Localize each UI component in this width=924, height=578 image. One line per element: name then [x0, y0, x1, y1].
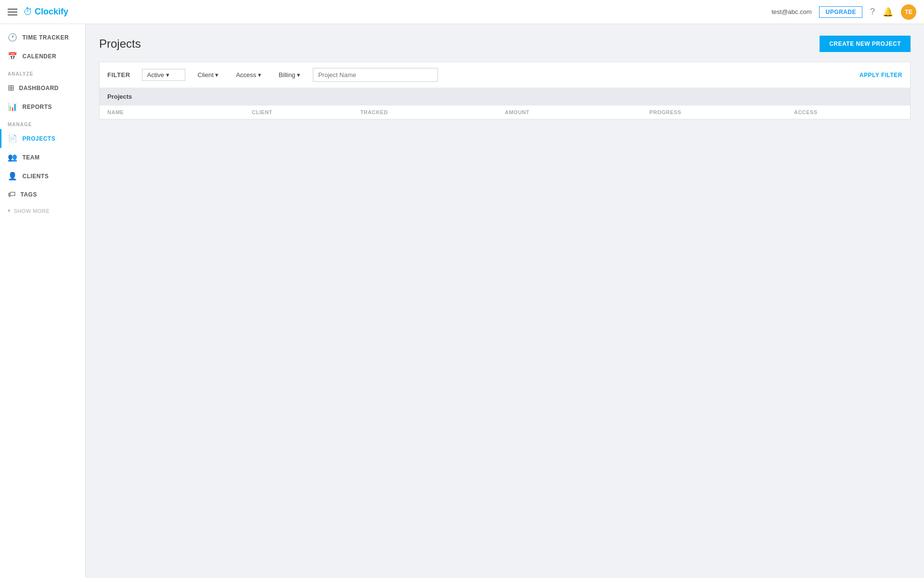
- sidebar-item-calender[interactable]: 📅 CALENDER: [0, 47, 85, 66]
- notification-icon[interactable]: 🔔: [883, 7, 893, 17]
- menu-toggle[interactable]: [8, 9, 17, 15]
- project-name-filter-input[interactable]: [313, 68, 438, 82]
- create-new-project-button[interactable]: CREATE NEW PROJECT: [820, 36, 911, 52]
- analyze-section-label: ANALYZE: [0, 66, 85, 79]
- apply-filter-button[interactable]: APPLY FILTER: [860, 72, 902, 79]
- projects-section-label: Projects: [100, 88, 910, 105]
- sidebar-label-clients: CLIENTS: [23, 173, 49, 180]
- clock-icon: 🕐: [8, 33, 18, 42]
- person-icon: 👤: [8, 171, 18, 181]
- access-filter[interactable]: Access ▾: [231, 69, 266, 80]
- upgrade-button[interactable]: UPGRADE: [819, 6, 862, 18]
- user-email: test@abc.com: [771, 8, 811, 15]
- sidebar-item-tags[interactable]: 🏷 TAGS: [0, 185, 85, 204]
- table-header: NAME CLIENT TRACKED AMOUNT PROGRESS ACCE…: [100, 105, 910, 119]
- client-filter[interactable]: Client ▾: [193, 69, 224, 80]
- status-filter-value: Active: [147, 71, 164, 79]
- manage-section-label: MANAGE: [0, 116, 85, 129]
- sidebar-item-team[interactable]: 👥 TEAM: [0, 148, 85, 167]
- topbar-left: ⏱ Clockify: [8, 6, 68, 17]
- topbar-right: test@abc.com UPGRADE ? 🔔 TE: [771, 4, 916, 20]
- sidebar-label-reports: REPORTS: [23, 104, 52, 110]
- bar-chart-icon: 📊: [8, 102, 18, 111]
- billing-filter[interactable]: Billing ▾: [274, 69, 305, 80]
- sidebar: 🕐 TIME TRACKER 📅 CALENDER ANALYZE ⊞ DASH…: [0, 24, 86, 578]
- col-access-header: ACCESS: [794, 109, 902, 115]
- help-icon[interactable]: ?: [870, 7, 875, 17]
- tag-icon: 🏷: [8, 190, 16, 199]
- client-filter-label: Client ▾: [198, 71, 219, 79]
- sidebar-item-projects[interactable]: 📄 PROJECTS: [0, 129, 85, 148]
- layout: 🕐 TIME TRACKER 📅 CALENDER ANALYZE ⊞ DASH…: [0, 24, 924, 578]
- col-client-header: CLIENT: [252, 109, 360, 115]
- main-content: Projects CREATE NEW PROJECT FILTER Activ…: [86, 24, 924, 578]
- logo-text: Clockify: [35, 7, 68, 17]
- col-progress-header: PROGRESS: [649, 109, 794, 115]
- show-more[interactable]: ▾ SHOW MORE: [0, 204, 85, 218]
- chevron-down-icon: ▾: [8, 208, 11, 214]
- show-more-label: SHOW MORE: [14, 208, 50, 214]
- sidebar-label-calender: CALENDER: [23, 53, 57, 60]
- status-filter[interactable]: Active ▾: [142, 69, 185, 81]
- dashboard-icon: ⊞: [8, 83, 14, 92]
- team-icon: 👥: [8, 153, 18, 162]
- logo[interactable]: ⏱ Clockify: [23, 6, 68, 17]
- status-filter-chevron: ▾: [166, 71, 169, 79]
- access-filter-label: Access ▾: [236, 71, 261, 79]
- billing-filter-label: Billing ▾: [279, 71, 300, 79]
- sidebar-label-projects: PROJECTS: [23, 135, 56, 142]
- sidebar-label-time-tracker: TIME TRACKER: [23, 34, 69, 41]
- sidebar-item-clients[interactable]: 👤 CLIENTS: [0, 167, 85, 185]
- col-tracked-header: TRACKED: [360, 109, 505, 115]
- sidebar-label-team: TEAM: [23, 154, 40, 161]
- page-header: Projects CREATE NEW PROJECT: [99, 36, 911, 52]
- col-name-header: NAME: [107, 109, 252, 115]
- col-amount-header: AMOUNT: [505, 109, 649, 115]
- page-title: Projects: [99, 37, 141, 51]
- sidebar-item-time-tracker[interactable]: 🕐 TIME TRACKER: [0, 28, 85, 47]
- filter-label: FILTER: [107, 71, 130, 79]
- sidebar-item-reports[interactable]: 📊 REPORTS: [0, 97, 85, 116]
- logo-icon: ⏱: [23, 6, 33, 17]
- topbar: ⏱ Clockify test@abc.com UPGRADE ? 🔔 TE: [0, 0, 924, 24]
- calendar-icon: 📅: [8, 52, 18, 61]
- sidebar-label-tags: TAGS: [21, 191, 37, 198]
- filter-card: FILTER Active ▾ Client ▾ Access ▾ Billin…: [99, 62, 911, 119]
- filter-row: FILTER Active ▾ Client ▾ Access ▾ Billin…: [100, 62, 910, 88]
- avatar[interactable]: TE: [901, 4, 916, 20]
- document-icon: 📄: [8, 134, 18, 143]
- sidebar-label-dashboard: DASHBOARD: [19, 85, 59, 92]
- sidebar-item-dashboard[interactable]: ⊞ DASHBOARD: [0, 79, 85, 97]
